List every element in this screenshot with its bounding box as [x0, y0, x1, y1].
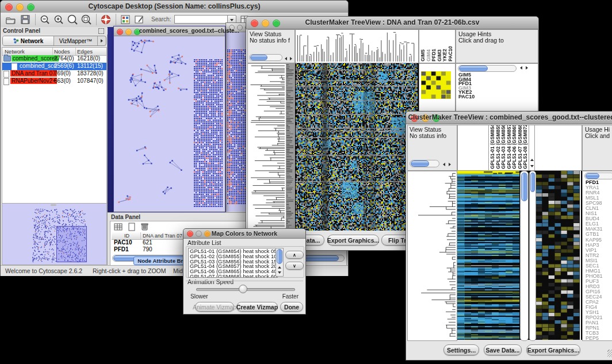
export-graphics-button[interactable]: Export Graphics...: [526, 344, 580, 355]
scroll-up-icon[interactable]: [529, 157, 534, 162]
column-dendrogram-canvas[interactable]: [296, 30, 417, 62]
column-label[interactable]: PAC10: [448, 46, 454, 62]
vizmap-icon[interactable]: [120, 14, 131, 25]
speed-slider-thumb[interactable]: [239, 285, 247, 293]
tv2-status-hscrollbar[interactable]: [410, 160, 439, 167]
network-overview-canvas[interactable]: [3, 206, 105, 263]
tv2-gene-panel: PFD1YRA1RNR4MSL1SPC98CLN1NIS1BUD4ELG1MAK…: [582, 171, 612, 341]
status-welcome: Welcome to Cytoscape 2.6.2: [5, 267, 82, 274]
button-label: Create Vizmap: [236, 304, 278, 311]
scroll-right-icon[interactable]: [447, 162, 452, 167]
tv2-gene-hscrollbar[interactable]: [584, 173, 612, 179]
network-row-combined-sco-selected[interactable]: combined_sco 2569(6) 13112(15): [2, 63, 106, 70]
col-header-network[interactable]: Network: [5, 48, 25, 55]
attribute-vscrollbar[interactable]: [276, 248, 284, 277]
tv2-heatmap-vscrollbar[interactable]: [520, 171, 529, 341]
scrollbar-thumb[interactable]: [459, 66, 488, 71]
overview-resize-handle[interactable]: [51, 204, 56, 206]
scrollbar-thumb[interactable]: [586, 173, 599, 179]
col-header-nodes[interactable]: Nodes: [54, 48, 70, 55]
network-window-titlebar[interactable]: combined_scores_good.txt--cluste...: [114, 26, 225, 36]
tv2-heatmap-canvas[interactable]: [457, 171, 519, 340]
tv2-small-heatmap-canvas[interactable]: [536, 171, 580, 340]
scroll-right-icon[interactable]: [524, 65, 529, 70]
tabs-overflow-button[interactable]: [97, 36, 106, 45]
row-dendrogram-canvas[interactable]: [408, 171, 456, 339]
tab-vizmapper-label: VizMapper™: [59, 38, 93, 44]
row-dendrogram-canvas[interactable]: [248, 64, 285, 230]
create-vizmap-button[interactable]: Create Vizmap: [236, 302, 278, 312]
scrollbar-thumb[interactable]: [250, 55, 267, 60]
scroll-down-icon[interactable]: [277, 270, 282, 275]
open-session-icon[interactable]: [5, 14, 16, 25]
scroll-left-icon[interactable]: [518, 65, 523, 70]
tab-vizmapper[interactable]: VizMapper™: [54, 36, 97, 45]
network-name[interactable]: combined_scores: [12, 55, 59, 62]
move-up-button[interactable]: ∧: [285, 251, 304, 259]
tv1-status-hscrollbar[interactable]: [249, 54, 282, 61]
search-input[interactable]: [174, 15, 228, 24]
scroll-up-icon[interactable]: [277, 265, 282, 270]
save-data-button[interactable]: Save Data...: [484, 344, 522, 355]
attribute-item[interactable]: GPL51-07 (GSM868) heat shock 60 min: [190, 274, 276, 278]
resize-grip[interactable]: [607, 350, 612, 357]
scrollbar-thumb[interactable]: [530, 173, 535, 192]
trash-icon[interactable]: [140, 222, 149, 231]
scrollbar-thumb[interactable]: [411, 160, 429, 167]
annotation-icon[interactable]: [134, 14, 145, 25]
network-row-combined-scores[interactable]: combined_scores 2764(0) 16218(0): [2, 55, 106, 63]
network-canvas-1[interactable]: [114, 36, 224, 211]
tab-network[interactable]: Network: [3, 36, 54, 45]
tv2-column-labels-panel: GPL51-01 (GSM854)GPL51-02 (GSM855)GPL51-…: [488, 125, 529, 171]
scroll-left-icon[interactable]: [283, 56, 288, 61]
network-name[interactable]: combined_sco: [18, 63, 58, 69]
network-view-window-1[interactable]: combined_scores_good.txt--cluste...: [113, 26, 225, 212]
float-panel-icon[interactable]: [98, 28, 104, 34]
table-grid-icon[interactable]: [114, 223, 123, 231]
help-ring-icon[interactable]: [101, 14, 112, 25]
zoom-selected-icon[interactable]: [67, 14, 78, 25]
zoom-in-icon[interactable]: [53, 14, 64, 25]
attribute-list-label: Attribute List: [188, 239, 221, 246]
save-session-icon[interactable]: [20, 14, 30, 25]
gene-label[interactable]: PAC10: [458, 95, 475, 99]
tv1-gene-hscrollbar[interactable]: [458, 65, 517, 72]
scroll-down-icon[interactable]: [529, 163, 534, 168]
scrollbar-thumb[interactable]: [277, 249, 282, 264]
settings-button[interactable]: Settings...: [443, 344, 479, 355]
treeview2-titlebar[interactable]: ClusterMaker TreeView : combined_scores_…: [406, 112, 612, 124]
move-down-button[interactable]: ∨: [285, 262, 304, 270]
column-label[interactable]: GPL51-08 (GSM872): [523, 125, 529, 169]
scroll-left-icon[interactable]: [441, 162, 446, 167]
zoom-out-icon[interactable]: [40, 14, 51, 25]
tv2-small-vscrollbar[interactable]: [529, 171, 536, 341]
tv2-heatmap-panel: [457, 171, 519, 340]
close-icon[interactable]: [117, 29, 123, 35]
dialog-titlebar[interactable]: Map Colors to Network: [183, 229, 305, 239]
network-name[interactable]: DNA and Tran 07: [10, 70, 57, 76]
tv1-heatmap-canvas[interactable]: [296, 63, 418, 231]
zoom-fit-icon[interactable]: [81, 14, 92, 25]
scroll-right-icon[interactable]: [288, 56, 293, 61]
minimize-icon[interactable]: [125, 29, 132, 35]
export-graphics-button[interactable]: Export Graphics...: [327, 235, 379, 246]
network-name[interactable]: RNAPuberNov2+: [10, 78, 57, 84]
usage-hints-text: Click and drag to: [458, 37, 538, 44]
tv2-row-dendrogram-panel: [407, 171, 457, 341]
button-label: ∧: [293, 252, 296, 258]
window-controls[interactable]: [117, 29, 140, 35]
col-header-id[interactable]: ID: [124, 233, 129, 239]
network-row-dna-tran[interactable]: DNA and Tran 07 769(0) 183728(0): [2, 70, 106, 78]
network-row-rnapuber[interactable]: RNAPuberNov2+ 563(0) 107847(0): [2, 78, 106, 85]
attribute-listbox[interactable]: GPL51-01 (GSM854) heat shock 05 minGPL51…: [188, 248, 278, 278]
new-page-icon[interactable]: [128, 223, 136, 231]
mini-matrix-canvas[interactable]: [421, 71, 451, 99]
done-button[interactable]: Done: [280, 302, 303, 312]
button-label: Export Graphics...: [527, 347, 579, 354]
treeview1-titlebar[interactable]: ClusterMaker TreeView : DNA and Tran 07-…: [246, 17, 538, 29]
col-header-edges[interactable]: Edges: [77, 48, 93, 55]
network-list-header[interactable]: Network Nodes Edges: [2, 48, 106, 56]
scrollbar-thumb[interactable]: [521, 173, 527, 201]
data-panel-title: Data Panel: [111, 214, 140, 220]
main-titlebar[interactable]: Cytoscape Desktop (Session Name: collins…: [1, 1, 348, 13]
